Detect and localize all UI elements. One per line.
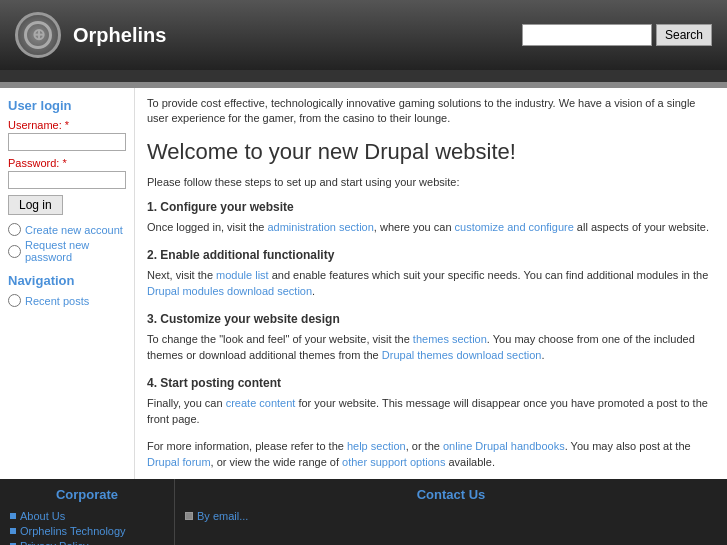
- contact-email-item: By email...: [185, 510, 717, 522]
- content-footer-text: For more information, please refer to th…: [147, 438, 715, 471]
- create-account-radio[interactable]: [8, 223, 21, 236]
- bullet-icon: [10, 513, 16, 519]
- header: ⊕ Orphelins Search: [0, 0, 727, 70]
- step-3-title: 3. Customize your website design: [147, 310, 715, 328]
- login-section-title: User login: [8, 98, 126, 113]
- bullet-icon: [10, 528, 16, 534]
- footer-about-us: About Us: [10, 510, 164, 522]
- support-options-link[interactable]: other support options: [342, 456, 445, 468]
- step-4: 4. Start posting content Finally, you ca…: [147, 374, 715, 428]
- themes-link[interactable]: themes section: [413, 333, 487, 345]
- customize-link[interactable]: customize and configure: [455, 221, 574, 233]
- username-input[interactable]: [8, 133, 126, 151]
- handbook-link[interactable]: online Drupal handbooks: [443, 440, 565, 452]
- request-password-radio[interactable]: [8, 245, 21, 258]
- sidebar: User login Username: * Password: * Log i…: [0, 88, 135, 479]
- step-4-body: Finally, you can create content for your…: [147, 395, 715, 428]
- step-1-title: 1. Configure your website: [147, 198, 715, 216]
- steps-intro: Please follow these steps to set up and …: [147, 174, 715, 191]
- footer-corporate: Corporate About Us Orphelins Technology …: [0, 479, 175, 545]
- navbar: [0, 70, 727, 82]
- header-left: ⊕ Orphelins: [15, 12, 166, 58]
- site-logo: ⊕: [15, 12, 61, 58]
- main-layout: User login Username: * Password: * Log i…: [0, 88, 727, 479]
- footer-contact: Contact Us By email...: [175, 479, 727, 545]
- footer-privacy: Privacy Policy: [10, 540, 164, 545]
- username-label: Username: *: [8, 119, 126, 131]
- footer: Corporate About Us Orphelins Technology …: [0, 479, 727, 545]
- recent-posts-item: Recent posts: [8, 294, 126, 307]
- drupal-modules-link[interactable]: Drupal modules download section: [147, 285, 312, 297]
- request-password-link[interactable]: Request new password: [25, 239, 126, 263]
- recent-posts-link[interactable]: Recent posts: [25, 295, 89, 307]
- email-bullet-icon: [185, 512, 193, 520]
- step-2-body: Next, visit the module list and enable f…: [147, 267, 715, 300]
- privacy-link[interactable]: Privacy Policy: [20, 540, 88, 545]
- welcome-title: Welcome to your new Drupal website!: [147, 135, 715, 168]
- create-account-item: Create new account: [8, 223, 126, 236]
- request-password-item: Request new password: [8, 239, 126, 263]
- site-title: Orphelins: [73, 24, 166, 47]
- logo-inner: ⊕: [24, 21, 52, 49]
- corporate-title: Corporate: [10, 487, 164, 502]
- email-link[interactable]: By email...: [197, 510, 248, 522]
- admin-section-link[interactable]: administration section: [267, 221, 373, 233]
- step-1-body: Once logged in, visit the administration…: [147, 219, 715, 236]
- content-area: To provide cost effective, technological…: [135, 88, 727, 479]
- login-button[interactable]: Log in: [8, 195, 63, 215]
- help-section-link[interactable]: help section: [347, 440, 406, 452]
- password-label: Password: *: [8, 157, 126, 169]
- search-input[interactable]: [522, 24, 652, 46]
- search-button[interactable]: Search: [656, 24, 712, 46]
- search-area: Search: [522, 24, 712, 46]
- about-us-link[interactable]: About Us: [20, 510, 65, 522]
- module-list-link[interactable]: module list: [216, 269, 269, 281]
- navigation-section: Navigation Recent posts: [8, 273, 126, 307]
- password-input[interactable]: [8, 171, 126, 189]
- create-content-link[interactable]: create content: [226, 397, 296, 409]
- forum-link[interactable]: Drupal forum: [147, 456, 211, 468]
- footer-orphelins-tech: Orphelins Technology: [10, 525, 164, 537]
- drupal-themes-link[interactable]: Drupal themes download section: [382, 349, 542, 361]
- step-3-body: To change the "look and feel" of your we…: [147, 331, 715, 364]
- contact-title: Contact Us: [185, 487, 717, 502]
- orphelins-tech-link[interactable]: Orphelins Technology: [20, 525, 126, 537]
- step-4-title: 4. Start posting content: [147, 374, 715, 392]
- navigation-title: Navigation: [8, 273, 126, 288]
- create-account-link[interactable]: Create new account: [25, 224, 123, 236]
- step-2: 2. Enable additional functionality Next,…: [147, 246, 715, 300]
- recent-posts-radio[interactable]: [8, 294, 21, 307]
- step-2-title: 2. Enable additional functionality: [147, 246, 715, 264]
- logo-icon: ⊕: [32, 27, 45, 43]
- step-1: 1. Configure your website Once logged in…: [147, 198, 715, 236]
- step-3: 3. Customize your website design To chan…: [147, 310, 715, 364]
- intro-text: To provide cost effective, technological…: [147, 96, 715, 127]
